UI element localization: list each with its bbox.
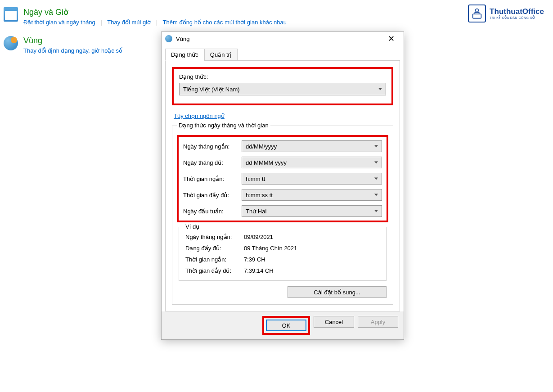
- ex-long-time-value: 7:39:14 CH: [244, 267, 274, 274]
- svg-rect-1: [473, 14, 481, 18]
- short-time-label: Thời gian ngắn:: [183, 176, 242, 182]
- separator: |: [156, 19, 157, 26]
- tab-strip: Dạng thức Quản trị: [162, 45, 404, 60]
- highlight-ok: OK: [262, 316, 310, 335]
- globe-clock-icon: [4, 36, 18, 50]
- watermark-subtitle: TRI KỶ CỦA DÂN CÔNG SỞ: [490, 16, 544, 20]
- dialog-footer: OK Cancel Apply: [162, 311, 404, 339]
- dialog-title: Vùng: [176, 36, 382, 42]
- apply-button: Apply: [358, 316, 398, 328]
- tab-admin[interactable]: Quản trị: [204, 49, 238, 61]
- highlight-format: Dạng thức: Tiếng Việt (Việt Nam): [172, 67, 393, 105]
- highlight-formats: Ngày tháng ngắn: dd/MM/yyyy Ngày tháng đ…: [177, 135, 388, 222]
- svg-point-0: [476, 9, 479, 12]
- ok-button[interactable]: OK: [266, 320, 306, 331]
- globe-icon: [165, 35, 172, 42]
- watermark-logo-icon: [468, 5, 486, 23]
- tab-formats[interactable]: Dạng thức: [165, 49, 204, 61]
- long-time-label: Thời gian đầy đủ:: [183, 192, 242, 198]
- calendar-icon: [4, 7, 18, 22]
- change-timezone-link[interactable]: Thay đổi múi giờ: [107, 19, 151, 26]
- ex-short-time-label: Thời gian ngắn:: [185, 256, 244, 263]
- short-date-label: Ngày tháng ngắn:: [183, 143, 242, 150]
- set-time-link[interactable]: Đặt thời gian và ngày tháng: [23, 19, 95, 26]
- datetime-formats-group: Dạng thức ngày tháng và thời gian Ngày t…: [172, 126, 393, 305]
- ex-short-time-value: 7:39 CH: [244, 256, 265, 263]
- long-time-dropdown[interactable]: h:mm:ss tt: [242, 189, 382, 201]
- format-value: Tiếng Việt (Việt Nam): [183, 86, 240, 93]
- date-time-heading: Ngày và Giờ: [23, 7, 287, 17]
- close-button[interactable]: ✕: [382, 34, 400, 44]
- examples-legend: Ví dụ: [184, 223, 201, 230]
- first-day-dropdown[interactable]: Thứ Hai: [242, 205, 382, 217]
- language-preferences-link[interactable]: Tùy chọn ngôn ngữ: [174, 113, 225, 119]
- short-time-dropdown[interactable]: h:mm tt: [242, 173, 382, 185]
- ex-short-date-value: 09/09/2021: [244, 234, 273, 240]
- titlebar: Vùng ✕: [162, 32, 404, 45]
- ex-short-date-label: Ngày tháng ngắn:: [185, 234, 244, 240]
- format-label: Dạng thức:: [179, 73, 386, 80]
- watermark: ThuthuatOffice TRI KỶ CỦA DÂN CÔNG SỞ: [468, 5, 544, 23]
- ex-long-time-label: Thời gian đầy đủ:: [185, 267, 244, 274]
- ex-long-date-label: Dạng đầy đủ:: [185, 245, 244, 252]
- format-dropdown[interactable]: Tiếng Việt (Việt Nam): [179, 83, 386, 95]
- separator: |: [100, 19, 102, 26]
- first-day-label: Ngày đầu tuần:: [183, 208, 242, 215]
- region-section: Vùng Thay đổi định dạng ngày, giờ hoặc s…: [4, 36, 122, 54]
- tab-content: Dạng thức: Tiếng Việt (Việt Nam) Tùy chọ…: [165, 60, 400, 311]
- long-date-dropdown[interactable]: dd MMMM yyyy: [242, 157, 382, 168]
- short-date-dropdown[interactable]: dd/MM/yyyy: [242, 140, 382, 152]
- datetime-formats-legend: Dạng thức ngày tháng và thời gian: [177, 122, 270, 129]
- examples-group: Ví dụ Ngày tháng ngắn: 09/09/2021 Dạng đ…: [179, 227, 387, 281]
- region-dialog: Vùng ✕ Dạng thức Quản trị Dạng thức: Tiế…: [161, 32, 404, 340]
- ex-long-date-value: 09 Tháng Chín 2021: [244, 245, 297, 252]
- add-clocks-link[interactable]: Thêm đồng hồ cho các múi thời gian khác …: [163, 19, 287, 26]
- date-time-section: Ngày và Giờ Đặt thời gian và ngày tháng …: [4, 7, 287, 26]
- watermark-title: ThuthuatOffice: [490, 7, 544, 16]
- long-date-label: Ngày tháng đủ:: [183, 159, 242, 166]
- region-heading: Vùng: [23, 36, 122, 45]
- change-formats-link[interactable]: Thay đổi định dạng ngày, giờ hoặc số: [23, 47, 122, 54]
- additional-settings-button[interactable]: Cài đặt bổ sung...: [288, 286, 387, 298]
- cancel-button[interactable]: Cancel: [314, 316, 354, 328]
